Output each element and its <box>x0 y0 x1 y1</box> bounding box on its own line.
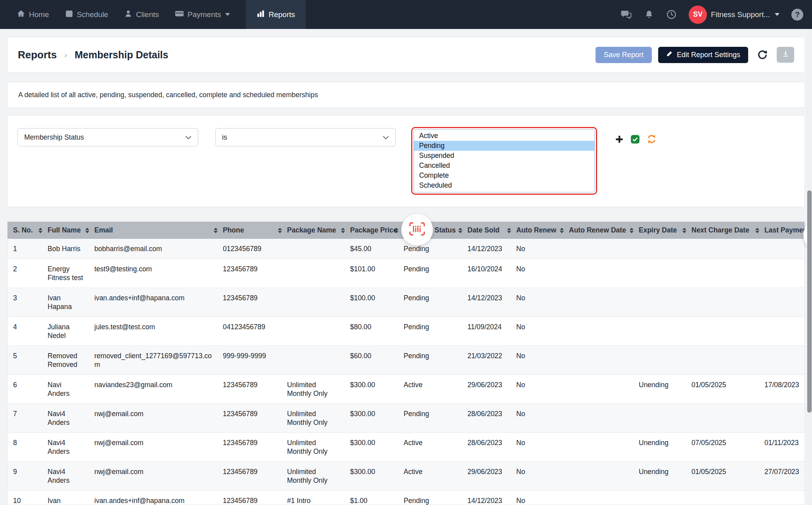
sort-icon[interactable] <box>507 228 511 233</box>
table-cell: Bob Harris <box>48 239 94 259</box>
column-header[interactable]: Auto Renew <box>516 222 569 239</box>
table-row[interactable]: 5Removed Removedremoved_client_1277169@5… <box>8 346 805 375</box>
sort-icon[interactable] <box>458 228 462 233</box>
table-cell: Unending <box>639 462 691 491</box>
table-cell: Energy Fitness test <box>48 259 94 288</box>
table-cell: ivan.andes+inf@hapana.com <box>94 288 223 317</box>
listbox-option[interactable]: Cancelled <box>414 161 594 171</box>
apply-filter-check-icon[interactable] <box>630 134 640 144</box>
status-listbox[interactable]: ActivePendingSuspendedCancelledCompleteS… <box>414 129 595 192</box>
column-header[interactable]: Expiry Date <box>639 222 691 239</box>
table-cell: $80.00 <box>350 317 404 346</box>
help-icon[interactable]: ? <box>791 9 803 21</box>
column-header[interactable]: Full Name <box>48 222 94 239</box>
table-row[interactable]: 4Juliana Nedeljules.test@test.com0412345… <box>8 317 805 346</box>
chat-icon[interactable] <box>620 9 632 21</box>
sort-icon[interactable] <box>214 228 218 233</box>
column-header[interactable]: S. No. <box>8 222 48 239</box>
table-row[interactable]: 8Navi4 Andersnwj@email.com123456789Unlim… <box>8 433 805 462</box>
breadcrumb-reports[interactable]: Reports <box>18 49 57 61</box>
table-cell: Removed Removed <box>48 346 94 375</box>
column-header[interactable]: Next Charge Date <box>691 222 764 239</box>
table-row[interactable]: 1Bob Harrisbobharris@email.com0123456789… <box>8 239 805 259</box>
page-header: Reports › Membership Details Save Report… <box>7 37 805 73</box>
table-cell: test9@testing.com <box>94 259 223 288</box>
table-cell: No <box>516 288 569 317</box>
table-cell: 999-999-9999 <box>223 346 287 375</box>
filter-operator-select[interactable]: is <box>215 128 396 146</box>
nav-item-clients[interactable]: Clients <box>124 0 159 29</box>
table-cell <box>569 239 639 259</box>
page-scrollbar-thumb[interactable] <box>807 190 812 413</box>
page-scrollbar[interactable] <box>807 29 812 505</box>
table-cell: $1.00 <box>350 491 404 505</box>
listbox-option[interactable]: Active <box>414 131 594 141</box>
listbox-option[interactable]: Scheduled <box>414 180 594 190</box>
reset-filter-sync-icon[interactable] <box>646 134 657 144</box>
download-button[interactable] <box>777 47 794 63</box>
sort-icon[interactable] <box>560 228 564 233</box>
table-cell <box>764 239 805 259</box>
add-filter-icon[interactable] <box>615 134 624 144</box>
column-header[interactable]: Email <box>94 222 223 239</box>
column-header[interactable]: Auto Renew Date <box>569 222 639 239</box>
table-row[interactable]: 6Navi Andersnaviandes23@gmail.com1234567… <box>8 375 805 404</box>
table-row[interactable]: 3Ivan Hapanaivan.andes+inf@hapana.com123… <box>8 288 805 317</box>
barcode-scan-fab[interactable] <box>401 214 433 246</box>
filter-field-select[interactable]: Membership Status <box>17 128 198 146</box>
column-header[interactable]: Last Payment <box>764 222 805 239</box>
report-description-card: A detailed list of all active, pending, … <box>7 82 805 108</box>
credit-card-icon <box>175 9 184 20</box>
sort-icon[interactable] <box>85 228 89 233</box>
listbox-option[interactable]: Complete <box>414 171 594 180</box>
account-menu[interactable]: SV Fitness Support... <box>689 6 779 24</box>
sort-icon[interactable] <box>38 228 42 233</box>
table-row[interactable]: 7Navi4 Andersnwj@email.com123456789Unlim… <box>8 404 805 433</box>
column-header[interactable]: Package Price <box>350 222 404 239</box>
table-cell <box>287 288 350 317</box>
table-cell <box>691 239 764 259</box>
save-report-button[interactable]: Save Report <box>596 47 652 63</box>
account-name: Fitness Support... <box>711 10 770 19</box>
nav-item-payments[interactable]: Payments <box>175 0 230 29</box>
chevron-down-icon <box>225 13 230 16</box>
sort-icon[interactable] <box>755 228 759 233</box>
sort-icon[interactable] <box>682 228 686 233</box>
table-cell: 123456789 <box>223 375 287 404</box>
edit-report-settings-button[interactable]: Edit Report Settings <box>658 47 748 63</box>
table-cell: Unlimited Monthly Only <box>287 375 350 404</box>
table-cell: No <box>516 259 569 288</box>
nav-item-reports[interactable]: Reports <box>246 0 306 29</box>
table-cell: 11/09/2024 <box>467 317 516 346</box>
listbox-option[interactable]: Pending <box>414 141 594 151</box>
bell-icon[interactable] <box>644 10 654 20</box>
nav-item-schedule[interactable]: Schedule <box>65 0 108 29</box>
table-cell: 01/05/2025 <box>691 462 764 491</box>
status-listbox-focus-ring: ActivePendingSuspendedCancelledCompleteS… <box>411 127 597 195</box>
sort-icon[interactable] <box>341 228 345 233</box>
refresh-icon[interactable] <box>757 49 768 60</box>
column-header[interactable]: Date Sold <box>467 222 516 239</box>
table-cell: 27/07/2023 <box>764 462 805 491</box>
table-cell <box>639 239 691 259</box>
nav-item-home[interactable]: Home <box>17 0 49 29</box>
sort-icon[interactable] <box>278 228 282 233</box>
table-row[interactable]: 2Energy Fitness testtest9@testing.com123… <box>8 259 805 288</box>
table-cell: No <box>516 491 569 505</box>
column-header[interactable]: Phone <box>223 222 287 239</box>
table-cell <box>639 491 691 505</box>
table-cell: nwj@email.com <box>94 404 223 433</box>
table-cell <box>764 404 805 433</box>
listbox-option[interactable]: Suspended <box>414 151 594 161</box>
table-cell: 29/06/2023 <box>467 462 516 491</box>
clock-icon[interactable] <box>666 9 677 20</box>
table-cell: 123456789 <box>223 404 287 433</box>
table-row[interactable]: 9Navi4 Andersnwj@email.com123456789Unlim… <box>8 462 805 491</box>
table-cell: $300.00 <box>350 375 404 404</box>
sort-icon[interactable] <box>630 228 634 233</box>
table-cell: Pending <box>404 404 467 433</box>
column-header[interactable]: Package Name <box>287 222 350 239</box>
sort-icon[interactable] <box>395 228 398 233</box>
table-row[interactable]: 10Ivan Hapanaivan.andes+inf@hapana.com12… <box>8 491 805 505</box>
table-cell: $100.00 <box>350 288 404 317</box>
